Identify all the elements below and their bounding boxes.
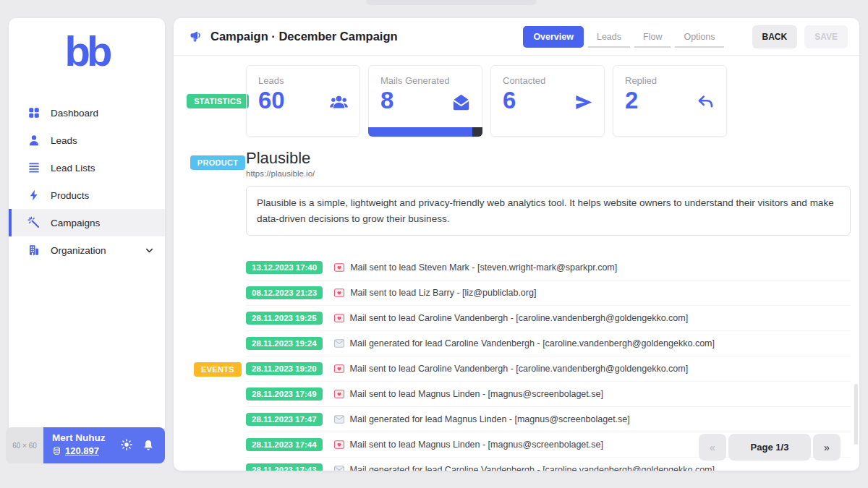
sidebar-item-label: Campaigns: [51, 218, 100, 228]
sidebar-item-campaigns[interactable]: Campaigns: [9, 209, 165, 236]
event-timestamp: 28.11.2023 17:47: [246, 413, 323, 426]
mail-generated-icon: [334, 415, 344, 424]
sidebar: bb Dashboard Leads Lead Lists: [9, 18, 165, 429]
bell-icon[interactable]: [142, 438, 155, 451]
user-area: 60 × 60 Mert Nuhuz 120.897: [6, 427, 165, 463]
back-button[interactable]: BACK: [752, 25, 798, 48]
mail-sent-icon: [334, 390, 344, 398]
chevron-down-icon: [144, 245, 155, 256]
event-timestamp: 28.11.2023 19:25: [246, 312, 323, 325]
stat-card-label: Replied: [625, 75, 715, 86]
stat-card-contacted: Contacted 6: [490, 65, 605, 137]
main-header: Campaign · December Campaign Overview Le…: [174, 18, 859, 56]
event-timestamp: 13.12.2023 17:40: [246, 261, 323, 274]
statistics-badge: STATISTICS: [187, 94, 249, 108]
pagination-prev[interactable]: «: [699, 434, 726, 461]
sun-icon[interactable]: [120, 438, 133, 451]
megaphone-icon: [190, 30, 203, 43]
page-title-text: Campaign · December Campaign: [210, 30, 398, 43]
product-url[interactable]: https://plausible.io/: [246, 169, 851, 178]
grid-icon: [27, 106, 41, 119]
event-text: Mail sent to lead Magnus Linden - [magnu…: [350, 440, 603, 450]
app-logo[interactable]: bb: [9, 28, 165, 89]
events-badge: EVENTS: [194, 362, 242, 377]
mail-generated-icon: [334, 339, 344, 348]
event-text: Mail generated for lead Caroline Vandenb…: [350, 338, 715, 348]
event-text: Mail sent to lead Caroline Vandenbergh -…: [350, 364, 689, 374]
event-text: Mail sent to lead Steven Mark - [steven.…: [350, 262, 617, 273]
tab-bar: Overview Leads Flow Options: [521, 26, 726, 48]
page-title: Campaign · December Campaign: [190, 30, 398, 43]
user-panel: Mert Nuhuz 120.897: [43, 427, 165, 463]
mail-sent-icon: [334, 263, 344, 272]
sidebar-menu: Dashboard Leads Lead Lists Products: [9, 99, 165, 264]
event-timestamp: 28.11.2023 19:20: [246, 362, 323, 375]
stat-card-label: Mails Generated: [380, 75, 470, 86]
tab-options[interactable]: Options: [675, 26, 723, 48]
credits-value: 120.897: [65, 445, 99, 456]
mail-progress-bar: [368, 127, 482, 137]
building-icon: [27, 244, 41, 257]
stat-card-leads: Leads 60: [246, 65, 360, 137]
sidebar-item-label: Lead Lists: [51, 163, 95, 174]
content: STATISTICS Leads 60 Mails Generated 8: [174, 65, 859, 471]
tab-overview[interactable]: Overview: [523, 26, 584, 48]
product-section: PRODUCT Plausible https://plausible.io/ …: [190, 149, 851, 236]
users-icon: [329, 93, 349, 112]
product-name: Plausible: [246, 149, 851, 168]
person-icon: [27, 134, 41, 147]
tab-flow[interactable]: Flow: [634, 26, 671, 48]
event-row-mail-generated: 28.11.2023 17:47 Mail generated for lead…: [246, 407, 851, 432]
mail-sent-icon: [334, 288, 344, 297]
pagination-next[interactable]: »: [813, 434, 841, 461]
sidebar-item-label: Dashboard: [51, 108, 98, 119]
mail-generated-icon: [334, 466, 344, 471]
event-text: Mail generated for lead Magnus Linden - …: [350, 414, 630, 424]
event-row-mail-sent: 13.12.2023 17:40 Mail sent to lead Steve…: [246, 255, 851, 281]
product-badge: PRODUCT: [190, 155, 246, 170]
main-panel: Campaign · December Campaign Overview Le…: [174, 18, 859, 471]
event-timestamp: 28.11.2023 17:44: [246, 438, 323, 451]
sidebar-item-dashboard[interactable]: Dashboard: [9, 99, 165, 127]
sidebar-item-label: Products: [51, 190, 89, 201]
sidebar-item-organization[interactable]: Organization: [9, 236, 165, 264]
top-notch: [366, 0, 537, 5]
event-text: Mail generated for lead Caroline Vandenb…: [350, 465, 715, 471]
sidebar-item-products[interactable]: Products: [9, 181, 165, 209]
event-timestamp: 28.11.2023 19:24: [246, 337, 323, 350]
event-timestamp: 28.11.2023 17:43: [246, 463, 323, 471]
product-description: Plausible is a simple, lightweight and p…: [246, 186, 851, 236]
scrollbar-thumb[interactable]: [854, 384, 858, 445]
event-timestamp: 28.11.2023 17:49: [246, 388, 323, 401]
sidebar-item-label: Organization: [51, 245, 106, 256]
sidebar-item-label: Leads: [51, 135, 77, 146]
event-timestamp: 08.12.2023 21:23: [246, 286, 323, 299]
tab-leads[interactable]: Leads: [588, 26, 630, 48]
bolt-icon: [27, 189, 41, 202]
event-row-mail-sent: 08.12.2023 21:23 Mail sent to lead Liz B…: [246, 281, 851, 306]
list-icon: [27, 161, 41, 174]
send-icon: [574, 93, 593, 112]
sidebar-item-leads[interactable]: Leads: [9, 127, 165, 154]
event-row-mail-generated: 28.11.2023 19:24 Mail generated for lead…: [246, 331, 851, 356]
pagination-label: Page 1/3: [728, 434, 811, 461]
event-row-mail-sent: 28.11.2023 19:25 Mail sent to lead Carol…: [246, 306, 851, 331]
save-button[interactable]: SAVE: [804, 25, 848, 48]
pagination: « Page 1/3 »: [699, 434, 841, 461]
mail-open-icon: [451, 93, 471, 112]
stat-card-replied: Replied 2: [613, 65, 727, 137]
sidebar-item-lead-lists[interactable]: Lead Lists: [9, 154, 165, 181]
stat-cards: Leads 60 Mails Generated 8: [246, 65, 727, 137]
progress-handle: [472, 127, 482, 137]
stat-card-label: Leads: [258, 75, 348, 86]
wand-icon: [27, 216, 41, 229]
event-row-mail-sent: 28.11.2023 17:49 Mail sent to lead Magnu…: [246, 382, 851, 407]
mail-sent-icon: [334, 364, 344, 373]
stat-card-label: Contacted: [503, 75, 592, 86]
event-row-mail-sent: 28.11.2023 19:20 Mail sent to lead Carol…: [246, 356, 851, 382]
avatar: 60 × 60: [6, 427, 43, 463]
stat-card-mails-generated: Mails Generated 8: [368, 65, 482, 137]
mail-sent-icon: [334, 440, 344, 449]
reply-icon: [696, 93, 715, 112]
event-text: Mail sent to lead Caroline Vandenbergh -…: [350, 313, 689, 323]
